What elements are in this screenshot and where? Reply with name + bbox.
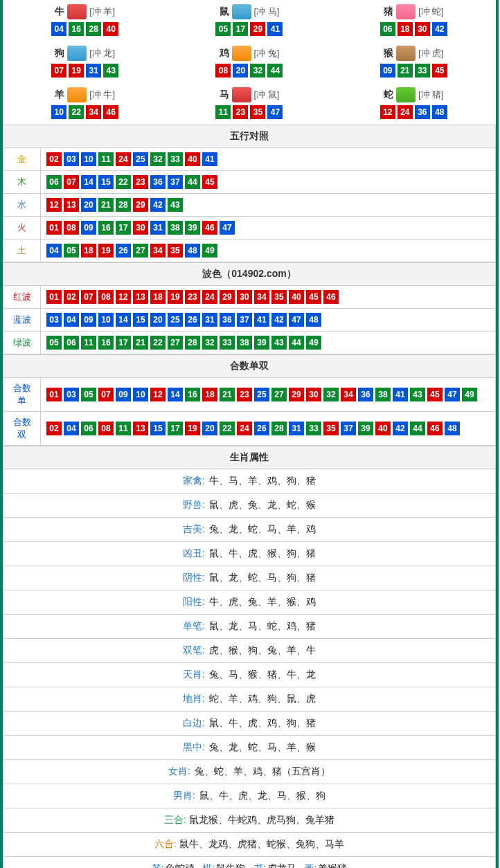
ball-44: 44	[410, 422, 425, 435]
ball-31: 31	[202, 313, 217, 327]
attr-value: 虎、猴、狗、兔、羊、牛	[209, 644, 316, 655]
ball-30: 30	[415, 22, 430, 36]
ball-39: 39	[185, 221, 200, 235]
ball-34: 34	[254, 290, 269, 304]
attr-value: 鼠龙猴、牛蛇鸡、虎马狗、兔羊猪	[189, 814, 334, 825]
ball-16: 16	[98, 336, 114, 350]
attr-cell: 阴性: 鼠、龙、蛇、马、狗、猪	[3, 566, 496, 590]
zodiac-cell-羊: 羊[冲 牛]10223446	[3, 83, 167, 125]
wuxing-table: 五行对照 金02031011242532334041木0607141522233…	[3, 125, 496, 262]
zodiac-balls: 06183042	[332, 22, 496, 36]
attr-label: 单笔:	[183, 620, 205, 631]
attr-label: 地肖:	[183, 693, 205, 704]
attr-cell: 天肖: 兔、马、猴、猪、牛、龙	[3, 663, 496, 687]
ball-21: 21	[98, 198, 114, 212]
attr-label: 男肖:	[173, 790, 195, 801]
ball-42: 42	[150, 198, 166, 212]
zodiac-balls: 04162840	[3, 22, 167, 36]
row-label: 火	[3, 217, 41, 239]
attr-row: 凶丑: 鼠、牛、虎、猴、狗、猪	[3, 542, 496, 566]
zodiac-name: 羊	[55, 89, 64, 101]
ball-47: 47	[220, 221, 235, 235]
zodiac-name: 牛	[55, 6, 64, 18]
table-row: 红波0102070812131819232429303435404546	[3, 286, 496, 309]
attr-value: 鼠牛、龙鸡、虎猪、蛇猴、兔狗、马羊	[179, 838, 344, 849]
ball-28: 28	[86, 22, 101, 36]
ball-08: 08	[98, 422, 114, 435]
attr-value: 牛、马、羊、鸡、狗、猪	[209, 475, 316, 486]
zodiac-cell-蛇: 蛇[冲 猪]12243648	[332, 83, 496, 125]
attr-value: 兔、马、猴、猪、牛、龙	[209, 669, 316, 680]
ball-12: 12	[380, 105, 395, 119]
attr-row: 阳性: 牛、虎、兔、羊、猴、鸡	[3, 590, 496, 615]
ball-20: 20	[202, 422, 217, 435]
ball-21: 21	[398, 64, 413, 78]
ball-13: 13	[64, 198, 79, 212]
ball-07: 07	[98, 388, 114, 401]
zodiac-clash: [冲 猪]	[418, 89, 444, 101]
zodiac-cell-马: 马[冲 鼠]11233547	[167, 83, 331, 125]
ball-09: 09	[380, 64, 395, 78]
zodiac-cell-鸡: 鸡[冲 兔]08203244	[167, 42, 331, 83]
row-balls: 02031011242532334041	[41, 148, 496, 171]
heshu-table: 合数单双 合数单01030507091012141618212325272930…	[3, 354, 496, 446]
ball-18: 18	[81, 244, 96, 257]
ball-12: 12	[150, 388, 166, 401]
zodiac-balls: 07193143	[3, 64, 167, 78]
ball-07: 07	[81, 290, 96, 304]
ball-46: 46	[323, 290, 339, 304]
ball-24: 24	[237, 422, 252, 435]
ball-41: 41	[393, 388, 408, 401]
zodiac-name: 马	[220, 89, 229, 101]
zodiac-balls: 05172941	[167, 22, 331, 36]
ball-36: 36	[150, 175, 166, 189]
ball-39: 39	[254, 336, 269, 350]
zodiac-icon	[67, 87, 87, 102]
attr-cell: 黑中: 兔、龙、蛇、马、羊、猴	[3, 736, 496, 760]
attr-cell: 凶丑: 鼠、牛、虎、猴、狗、猪	[3, 542, 496, 566]
ball-06: 06	[81, 422, 96, 435]
table-row: 绿波05061116172122272832333839434449	[3, 332, 496, 354]
ball-07: 07	[51, 64, 66, 78]
attr-value: 鼠、龙、马、蛇、鸡、猪	[209, 620, 316, 631]
row-label: 金	[3, 148, 41, 171]
row-balls: 0102070812131819232429303435404546	[41, 286, 496, 309]
ball-42: 42	[393, 422, 408, 435]
ball-06: 06	[46, 175, 62, 189]
attr-cell: 野兽: 鼠、虎、兔、龙、蛇、猴	[3, 494, 496, 518]
ball-46: 46	[103, 105, 118, 119]
ball-10: 10	[81, 152, 96, 166]
ball-08: 08	[215, 64, 231, 78]
ball-45: 45	[427, 388, 443, 401]
table-row: 木06071415222336374445	[3, 171, 496, 194]
ball-26: 26	[254, 422, 269, 435]
ball-24: 24	[202, 290, 217, 304]
ball-34: 34	[150, 244, 166, 257]
ball-06: 06	[64, 336, 79, 350]
attr-row: 家禽: 牛、马、羊、鸡、狗、猪	[3, 469, 496, 494]
attr-row: 男肖: 鼠、牛、虎、龙、马、猴、狗	[3, 784, 496, 808]
row-label: 绿波	[3, 332, 41, 354]
ball-26: 26	[116, 244, 131, 257]
ball-10: 10	[133, 388, 148, 401]
ball-08: 08	[64, 221, 79, 235]
attr-row: 天肖: 兔、马、猴、猪、牛、龙	[3, 663, 496, 687]
zodiac-balls: 08203244	[167, 64, 331, 78]
ball-15: 15	[98, 175, 114, 189]
ball-28: 28	[271, 422, 287, 435]
zodiac-balls: 10223446	[3, 105, 167, 119]
zodiac-grid: 牛[冲 羊]04162840鼠[冲 马]05172941猪[冲 蛇]061830…	[3, 0, 496, 125]
row-balls: 0108091617303138394647	[41, 217, 496, 239]
ball-20: 20	[150, 313, 166, 327]
ball-43: 43	[168, 198, 183, 212]
attr-row: 地肖: 蛇、羊、鸡、狗、鼠、虎	[3, 687, 496, 712]
footer-label: 书:	[253, 862, 266, 868]
ball-09: 09	[81, 221, 96, 235]
table-row: 蓝波03040910141520252631363741424748	[3, 309, 496, 332]
shuxing-header: 生肖属性	[3, 446, 496, 469]
table-row: 水1213202128294243	[3, 194, 496, 217]
ball-13: 13	[133, 290, 148, 304]
ball-24: 24	[116, 152, 131, 166]
ball-48: 48	[432, 105, 447, 119]
ball-06: 06	[380, 22, 395, 36]
